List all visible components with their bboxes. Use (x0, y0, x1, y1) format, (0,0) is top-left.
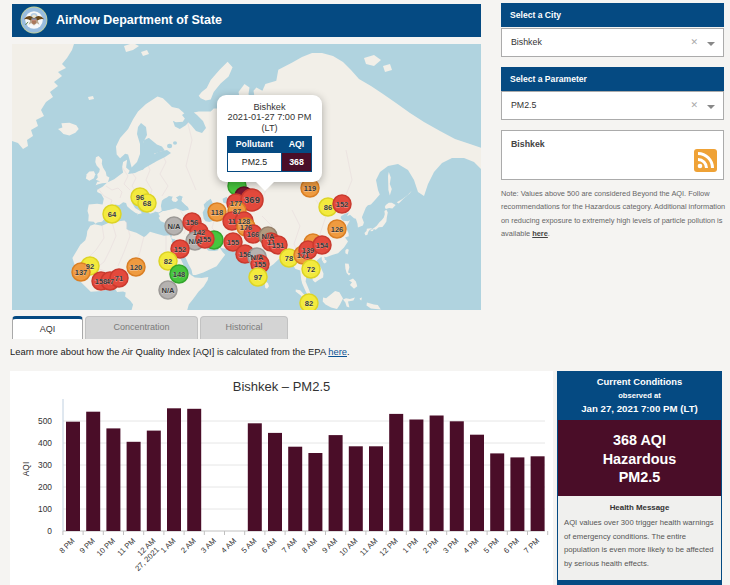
svg-text:71: 71 (115, 274, 124, 283)
svg-text:82: 82 (305, 299, 313, 308)
svg-text:137: 137 (75, 268, 88, 277)
svg-text:100: 100 (38, 504, 52, 514)
svg-text:97: 97 (254, 273, 262, 282)
svg-text:AQI: AQI (21, 462, 31, 476)
svg-text:369: 369 (244, 194, 260, 205)
svg-text:155: 155 (227, 238, 240, 247)
svg-text:64: 64 (108, 210, 117, 219)
svg-text:10 AM: 10 AM (338, 536, 360, 558)
svg-text:3 AM: 3 AM (199, 536, 218, 555)
svg-text:10 PM: 10 PM (95, 536, 117, 558)
svg-text:6 AM: 6 AM (260, 536, 279, 555)
svg-text:87: 87 (233, 207, 241, 216)
svg-text:9 AM: 9 AM (320, 536, 339, 555)
svg-text:72: 72 (307, 265, 315, 274)
svg-text:4 PM: 4 PM (461, 536, 480, 555)
svg-text:5 PM: 5 PM (482, 536, 501, 555)
svg-text:82: 82 (164, 257, 172, 266)
svg-text:2 PM: 2 PM (421, 536, 440, 555)
svg-text:139: 139 (302, 246, 315, 255)
svg-text:47: 47 (106, 277, 114, 286)
svg-text:9 PM: 9 PM (78, 536, 97, 555)
svg-text:156: 156 (239, 250, 252, 259)
svg-text:8 PM: 8 PM (57, 536, 76, 555)
svg-text:155: 155 (199, 235, 212, 244)
svg-text:11 AM: 11 AM (358, 536, 379, 557)
svg-text:166: 166 (247, 230, 260, 239)
svg-text:156: 156 (186, 218, 199, 227)
svg-text:400: 400 (38, 438, 52, 448)
svg-text:68: 68 (143, 199, 151, 208)
svg-text:1 PM: 1 PM (401, 536, 420, 555)
svg-text:1 AM: 1 AM (159, 536, 178, 555)
svg-text:78: 78 (285, 254, 293, 263)
svg-text:7 PM: 7 PM (522, 536, 541, 555)
svg-text:118: 118 (211, 208, 223, 217)
svg-text:155: 155 (254, 260, 267, 269)
svg-text:120: 120 (130, 263, 143, 272)
svg-text:N/A: N/A (167, 222, 181, 231)
svg-text:8 AM: 8 AM (300, 536, 319, 555)
svg-text:500: 500 (38, 416, 52, 426)
svg-text:5 AM: 5 AM (240, 536, 259, 555)
svg-text:148: 148 (173, 270, 186, 279)
svg-text:11 PM: 11 PM (115, 536, 137, 558)
svg-text:126: 126 (331, 225, 344, 234)
svg-text:86: 86 (324, 203, 332, 212)
svg-text:2 AM: 2 AM (179, 536, 198, 555)
svg-text:119: 119 (304, 184, 316, 193)
svg-text:N/A: N/A (161, 286, 175, 295)
svg-text:152: 152 (336, 200, 349, 209)
svg-text:12 PM: 12 PM (378, 536, 400, 558)
svg-text:0: 0 (47, 526, 52, 536)
svg-text:300: 300 (38, 460, 52, 470)
svg-text:3 PM: 3 PM (441, 536, 460, 555)
svg-text:200: 200 (38, 482, 52, 492)
svg-text:151: 151 (272, 241, 285, 250)
svg-text:7 AM: 7 AM (280, 536, 299, 555)
svg-text:152: 152 (174, 245, 187, 254)
svg-text:4 AM: 4 AM (219, 536, 238, 555)
svg-text:11: 11 (228, 217, 237, 226)
svg-text:6 PM: 6 PM (502, 536, 521, 555)
svg-text:154: 154 (316, 241, 329, 250)
